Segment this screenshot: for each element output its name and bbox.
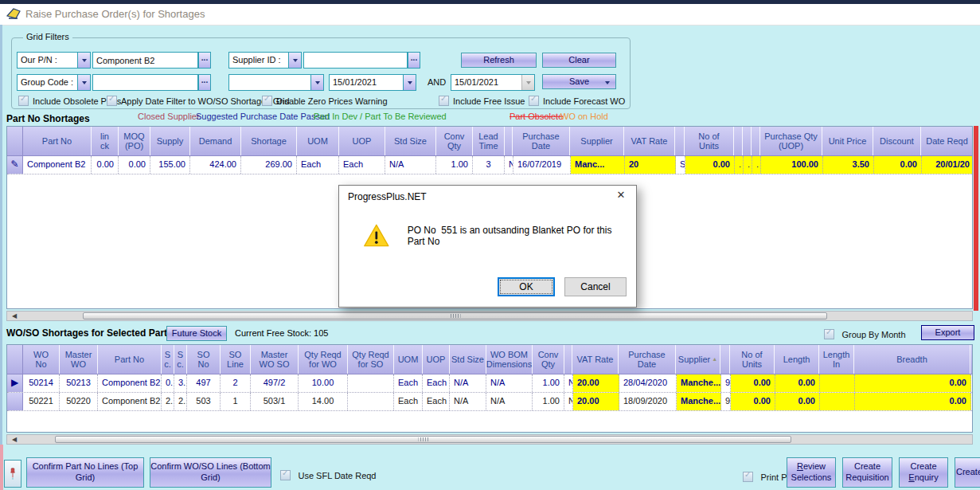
grid-cell[interactable]: 0.00 bbox=[855, 393, 971, 410]
filter-checkbox[interactable]: ✓Include Forecast WO bbox=[529, 93, 625, 108]
grid-cell[interactable]: 10.00 bbox=[299, 374, 348, 392]
top-grid-scrollbar[interactable]: ◀ bbox=[6, 311, 973, 321]
dropdown-button[interactable] bbox=[77, 75, 90, 90]
row-indicator[interactable] bbox=[7, 393, 23, 410]
column-header[interactable]: Supplier bbox=[570, 127, 624, 155]
table-row[interactable]: 5022150220Component B22.2..5031503/114.0… bbox=[7, 393, 972, 411]
checkbox[interactable]: ✓ bbox=[743, 472, 753, 482]
column-header[interactable]: Length In bbox=[819, 345, 854, 374]
grid-cell[interactable]: N/A bbox=[486, 374, 533, 392]
close-icon[interactable]: ✕ bbox=[612, 189, 630, 201]
our-pn-browse-button[interactable]: ... bbox=[198, 52, 211, 69]
group-by-month-checkbox[interactable]: ✓ Group By Month bbox=[824, 327, 906, 341]
column-header[interactable]: Unit Price bbox=[822, 127, 873, 155]
column-header[interactable]: Part No bbox=[98, 345, 162, 374]
use-sfl-date-reqd-checkbox[interactable]: ✓ Use SFL Date Reqd bbox=[280, 468, 376, 482]
grid-cell[interactable]: 0.00 bbox=[731, 393, 775, 410]
column-header[interactable]: WO No bbox=[23, 345, 60, 374]
grid-cell[interactable]: Component B2 bbox=[98, 374, 162, 392]
checkbox[interactable]: ✓ bbox=[439, 96, 449, 106]
grid-cell[interactable]: N bbox=[505, 156, 513, 174]
grid-cell[interactable]: 3.50 bbox=[823, 156, 874, 174]
ok-button[interactable]: OK bbox=[498, 277, 555, 296]
grid-cell[interactable]: 50221 bbox=[23, 393, 60, 410]
column-header[interactable] bbox=[720, 345, 730, 374]
grid-cell[interactable]: 497 bbox=[187, 374, 221, 392]
column-header[interactable]: MOQ (PO) bbox=[119, 127, 150, 155]
our-pn-filter-combo[interactable]: Our P/N : bbox=[17, 52, 91, 69]
column-header[interactable]: Master WO bbox=[60, 345, 98, 374]
column-header[interactable]: S c. bbox=[174, 345, 187, 374]
grid-cell[interactable]: 269.00 bbox=[241, 156, 297, 174]
column-header[interactable] bbox=[7, 345, 23, 374]
grid-cell[interactable]: 1.00 bbox=[533, 374, 564, 392]
column-header[interactable]: Date Reqd bbox=[921, 127, 973, 155]
table-row[interactable]: ▶5021450213Component B20.3..4972497/210.… bbox=[7, 374, 972, 393]
date-from-picker[interactable]: 15/01/2021 bbox=[329, 74, 416, 91]
grid-cell[interactable]: 155.00 bbox=[150, 156, 190, 174]
grid-cell[interactable]: 50213 bbox=[60, 374, 98, 392]
column-header[interactable] bbox=[564, 345, 572, 374]
export-button[interactable]: Export bbox=[921, 325, 974, 340]
column-header[interactable]: Shortage bbox=[241, 127, 297, 155]
grid-cell[interactable]: Each bbox=[297, 156, 339, 174]
column-header[interactable] bbox=[734, 127, 743, 155]
column-header[interactable]: UOM bbox=[297, 127, 339, 155]
checkbox[interactable]: ✓ bbox=[107, 96, 117, 106]
row-indicator[interactable]: ▶ bbox=[7, 374, 23, 392]
row-indicator[interactable]: ✎ bbox=[7, 156, 23, 174]
column-header[interactable] bbox=[743, 127, 752, 155]
grid-cell[interactable]: 0.00 bbox=[731, 374, 775, 392]
scrollbar-thumb[interactable] bbox=[55, 436, 791, 443]
group-code-input[interactable] bbox=[92, 74, 198, 91]
supplier-id-filter-combo[interactable]: Supplier ID : bbox=[228, 52, 302, 69]
column-header[interactable]: Conv Qty bbox=[533, 345, 564, 374]
scroll-left-icon[interactable]: ◀ bbox=[9, 435, 20, 444]
column-header[interactable]: lin ck bbox=[92, 127, 119, 155]
grid-cell[interactable]: 28/04/2020 bbox=[619, 374, 677, 392]
create-enquiry-button[interactable]: Create Enquiry bbox=[899, 457, 948, 488]
filter-checkbox[interactable]: ✓Include Obsolete Parts bbox=[18, 93, 121, 108]
grid-cell[interactable]: 0.00 bbox=[775, 393, 820, 410]
grid-cell[interactable]: 0.00 bbox=[92, 156, 119, 174]
grid-cell[interactable]: Component B2 bbox=[23, 156, 92, 174]
column-header[interactable]: Qty Reqd for WO bbox=[299, 345, 348, 374]
column-header[interactable]: No of Units bbox=[685, 127, 734, 155]
grid-cell[interactable] bbox=[820, 374, 855, 392]
column-header[interactable]: SO Line bbox=[221, 345, 251, 374]
clear-button[interactable]: Clear bbox=[542, 53, 616, 68]
dropdown-button[interactable] bbox=[77, 53, 90, 68]
grid-cell[interactable] bbox=[820, 393, 855, 410]
filter-checkbox[interactable]: ✓Disable Zero Prices Warning bbox=[262, 93, 388, 108]
column-header[interactable]: Supply bbox=[150, 127, 190, 155]
grid-cell[interactable]: 0.00 bbox=[119, 156, 150, 174]
grid-cell[interactable]: 20.00 bbox=[573, 374, 619, 392]
grid-cell[interactable]: 9 bbox=[721, 393, 731, 410]
column-header[interactable]: Part No bbox=[23, 127, 92, 155]
grid-cell[interactable]: 1.00 bbox=[436, 156, 473, 174]
column-header[interactable]: Lead Time bbox=[473, 127, 505, 155]
checkbox[interactable]: ✓ bbox=[262, 96, 272, 106]
cancel-button[interactable]: Cancel bbox=[564, 277, 627, 296]
column-header[interactable]: SO No bbox=[187, 345, 221, 374]
column-header[interactable]: Breadth bbox=[854, 345, 970, 374]
column-header[interactable]: VAT Rate bbox=[572, 345, 619, 374]
grid-cell[interactable]: 50220 bbox=[60, 393, 98, 410]
column-header[interactable]: Length bbox=[775, 345, 819, 374]
grid-cell[interactable]: 503 bbox=[187, 393, 221, 410]
column-header[interactable]: UOP bbox=[423, 345, 450, 374]
grid-cell[interactable]: 2.. bbox=[174, 393, 187, 410]
grid-cell[interactable]: 2. bbox=[162, 393, 174, 410]
column-header[interactable]: Supplier▲ bbox=[676, 345, 720, 374]
grid-cell[interactable]: 100.00 bbox=[761, 156, 823, 174]
grid-cell[interactable]: . bbox=[735, 156, 744, 174]
group-code-browse-button[interactable]: ... bbox=[198, 74, 211, 91]
checkbox[interactable]: ✓ bbox=[824, 329, 834, 339]
grid-cell[interactable]: 0.00 bbox=[874, 156, 922, 174]
create-requisition-button[interactable]: Create Requisition bbox=[842, 457, 892, 488]
column-header[interactable] bbox=[752, 127, 760, 155]
bottom-grid-scrollbar[interactable]: ◀ bbox=[6, 434, 973, 445]
filter-checkbox[interactable]: ✓Include Free Issue bbox=[439, 93, 525, 108]
grid-cell[interactable]: Manc... bbox=[571, 156, 625, 174]
column-header[interactable]: UOP bbox=[339, 127, 385, 155]
